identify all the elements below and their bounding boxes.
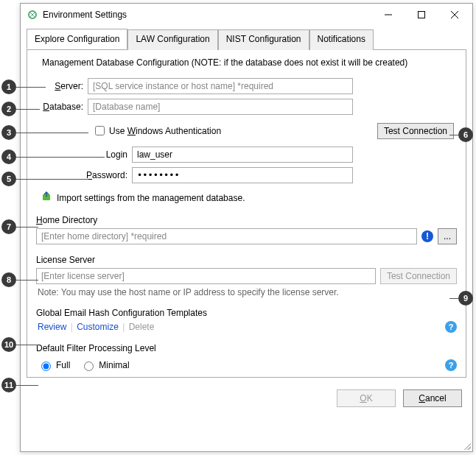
- maximize-button[interactable]: [405, 4, 438, 25]
- close-button[interactable]: [438, 4, 471, 25]
- db-test-connection-button[interactable]: Test Connection: [377, 123, 454, 139]
- tab-nist[interactable]: NIST Configuration: [218, 29, 309, 50]
- callout-10: 10: [1, 337, 16, 352]
- server-label: Server:: [36, 81, 88, 91]
- db-section-heading: Management Database Configuration (NOTE:…: [42, 57, 457, 68]
- password-input[interactable]: [132, 167, 353, 183]
- license-server-input[interactable]: [36, 268, 376, 284]
- svg-rect-2: [418, 12, 424, 18]
- hash-customize-link[interactable]: Customize: [77, 322, 119, 332]
- license-note: Note: You may use the host name or IP ad…: [38, 287, 457, 297]
- titlebar: Environment Settings: [21, 4, 472, 26]
- hash-delete-link[interactable]: Delete: [129, 322, 155, 332]
- home-dir-label: Home Directory: [36, 215, 457, 225]
- login-input[interactable]: [132, 147, 353, 163]
- tab-law[interactable]: LAW Configuration: [127, 29, 217, 50]
- import-settings-link[interactable]: Import settings from the management data…: [57, 193, 245, 203]
- tabstrip: Explore Configuration LAW Configuration …: [27, 29, 466, 50]
- hash-review-link[interactable]: Review: [38, 322, 66, 332]
- windows-auth-label: Use Windows Authentication: [109, 126, 221, 136]
- callout-7: 7: [1, 219, 16, 234]
- help-icon[interactable]: ?: [445, 359, 457, 371]
- license-server-label: License Server: [36, 255, 457, 265]
- minimize-button[interactable]: [371, 4, 405, 25]
- callout-3: 3: [1, 125, 16, 140]
- warning-icon: !: [421, 230, 433, 242]
- callout-2: 2: [1, 102, 16, 116]
- import-icon: [41, 191, 52, 205]
- home-dir-input[interactable]: [36, 228, 417, 244]
- callout-1: 1: [1, 80, 16, 94]
- server-input[interactable]: [88, 78, 353, 94]
- app-icon: [27, 9, 38, 21]
- callout-8: 8: [1, 272, 16, 287]
- callout-4: 4: [1, 149, 16, 164]
- filter-level-label: Default Filter Processing Level: [36, 343, 457, 353]
- callout-9: 9: [458, 291, 473, 306]
- cancel-button[interactable]: Cancel: [403, 389, 462, 407]
- help-icon[interactable]: ?: [445, 321, 457, 333]
- filter-minimal-option[interactable]: Minimal: [80, 359, 129, 371]
- tab-panel-explore: Management Database Configuration (NOTE:…: [27, 50, 466, 378]
- callout-6: 6: [458, 127, 473, 142]
- hash-templates-label: Global Email Hash Configuration Template…: [36, 308, 457, 318]
- callout-5: 5: [1, 172, 16, 186]
- window: Environment Settings Explore Configurati…: [20, 3, 473, 452]
- tab-explore[interactable]: Explore Configuration: [27, 29, 127, 49]
- filter-minimal-radio[interactable]: [84, 361, 94, 371]
- login-label: Login: [36, 149, 132, 160]
- filter-full-radio[interactable]: [41, 361, 51, 371]
- tab-notifications[interactable]: Notifications: [309, 29, 374, 50]
- database-label: Database:: [36, 102, 88, 112]
- ok-button[interactable]: OK: [337, 389, 396, 407]
- resize-grip[interactable]: [462, 441, 471, 450]
- database-input[interactable]: [88, 99, 353, 115]
- dialog-buttons: OK Cancel: [21, 384, 472, 410]
- callout-11: 11: [1, 378, 16, 392]
- window-title: Environment Settings: [43, 10, 371, 20]
- windows-auth-checkbox[interactable]: [95, 126, 105, 135]
- home-dir-browse-button[interactable]: ...: [438, 228, 457, 244]
- license-test-connection-button[interactable]: Test Connection: [380, 268, 457, 284]
- filter-full-option[interactable]: Full: [38, 359, 70, 371]
